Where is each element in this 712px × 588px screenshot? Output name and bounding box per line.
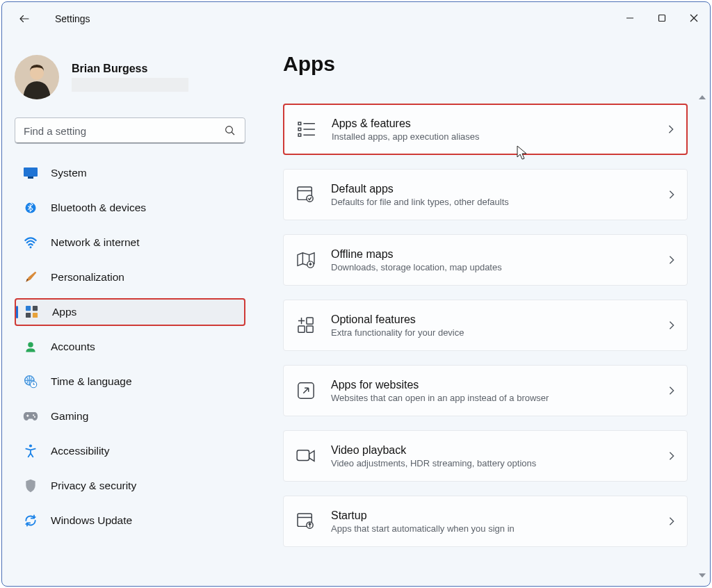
user-profile[interactable]: Brian Burgess [15,55,245,99]
gamepad-icon [23,409,38,424]
sidebar-item-system[interactable]: System [15,159,245,187]
svg-rect-1 [659,15,665,22]
sidebar-item-personalization[interactable]: Personalization [15,263,245,291]
default-apps-icon [296,185,316,204]
card-startup[interactable]: Startup Apps that start automatically wh… [283,496,688,547]
card-optional-features[interactable]: Optional features Extra functionality fo… [283,300,688,351]
svg-rect-11 [26,306,31,311]
nav-list: System Bluetooth & devices Network & int… [15,159,245,541]
chevron-right-icon [668,516,676,526]
bluetooth-icon [23,200,38,215]
svg-rect-8 [28,177,33,179]
card-title: Startup [331,509,652,522]
person-icon [23,339,38,354]
sidebar-item-apps[interactable]: Apps [15,298,245,326]
minimize-button[interactable] [614,2,646,34]
chevron-right-icon [668,190,676,199]
avatar [15,55,59,99]
sidebar-item-label: Bluetooth & devices [51,202,146,214]
header-title: Settings [55,13,90,24]
arrow-left-icon [18,13,31,25]
sidebar-item-label: Gaming [51,410,88,423]
wifi-icon [23,235,38,250]
svg-point-20 [29,444,32,447]
search-input[interactable] [24,125,224,137]
list-icon [297,120,316,139]
card-video-playback[interactable]: Video playback Video adjustments, HDR st… [283,430,688,482]
back-button[interactable] [10,5,38,33]
sidebar-item-label: Accounts [51,341,95,353]
sidebar-item-network[interactable]: Network & internet [15,229,245,256]
map-icon [296,250,316,270]
monitor-icon [23,165,38,181]
sidebar-item-accounts[interactable]: Accounts [15,333,245,361]
sidebar-item-label: Accessibility [51,445,109,457]
search-icon [224,124,236,137]
sidebar: Brian Burgess System [2,35,258,586]
card-subtitle: Websites that can open in an app instead… [331,393,652,403]
card-title: Optional features [331,313,652,326]
sidebar-item-label: Time & language [51,375,132,388]
websites-icon [296,381,316,400]
chevron-right-icon [668,320,676,330]
svg-point-15 [28,342,33,348]
card-title: Offline maps [331,248,652,261]
card-title: Apps for websites [331,379,652,391]
sidebar-item-gaming[interactable]: Gaming [15,402,245,430]
header: Settings [2,2,710,35]
sidebar-item-accessibility[interactable]: Accessibility [15,437,245,465]
svg-point-19 [34,416,35,418]
chevron-right-icon [668,255,676,265]
user-name: Brian Burgess [72,63,188,75]
svg-line-6 [232,132,234,135]
main-pane: Apps Apps & features Installed apps, app… [258,35,710,586]
content: Brian Burgess System [2,35,710,586]
maximize-button[interactable] [646,2,678,34]
scrollbar-down-icon[interactable] [698,572,708,582]
svg-rect-34 [297,450,309,461]
sidebar-item-privacy[interactable]: Privacy & security [15,472,245,500]
sidebar-item-label: Network & internet [51,236,140,249]
card-title: Default apps [331,183,652,195]
sidebar-item-label: System [51,167,87,179]
svg-rect-30 [298,326,305,332]
sidebar-item-label: Personalization [51,271,124,284]
page-title: Apps [283,52,688,76]
chevron-right-icon [668,451,676,461]
startup-icon [296,512,316,531]
selection-accent [16,306,18,318]
video-icon [296,446,316,466]
svg-rect-31 [307,318,313,324]
svg-rect-12 [33,306,38,311]
card-apps-features[interactable]: Apps & features Installed apps, app exec… [283,104,688,155]
svg-point-28 [307,195,313,202]
svg-rect-14 [33,313,38,318]
apps-icon [24,304,40,320]
chevron-right-icon [667,124,675,134]
svg-rect-21 [298,122,301,125]
optional-icon [296,316,316,335]
svg-rect-13 [26,313,31,318]
update-icon [23,513,38,528]
sidebar-item-label: Apps [52,306,76,318]
svg-rect-22 [298,128,301,131]
sidebar-item-label: Privacy & security [51,480,136,492]
settings-window: Settings Brian Burgess [1,1,711,587]
card-offline-maps[interactable]: Offline maps Downloads, storage location… [283,234,688,286]
card-apps-websites[interactable]: Apps for websites Websites that can open… [283,365,688,416]
brush-icon [23,270,38,285]
close-button[interactable] [678,2,710,34]
sidebar-item-time-language[interactable]: Time & language [15,368,245,395]
sidebar-item-bluetooth[interactable]: Bluetooth & devices [15,194,245,222]
card-title: Video playback [331,444,652,457]
window-controls [614,2,710,34]
card-default-apps[interactable]: Default apps Defaults for file and link … [283,169,688,220]
user-email-redacted [72,78,188,92]
search-box[interactable] [15,117,245,144]
chevron-right-icon [668,386,676,395]
card-subtitle: Downloads, storage location, map updates [331,262,652,272]
sidebar-item-windows-update[interactable]: Windows Update [15,507,245,534]
svg-point-5 [226,126,233,133]
scrollbar-up-icon[interactable] [698,94,708,104]
accessibility-icon [23,443,38,459]
